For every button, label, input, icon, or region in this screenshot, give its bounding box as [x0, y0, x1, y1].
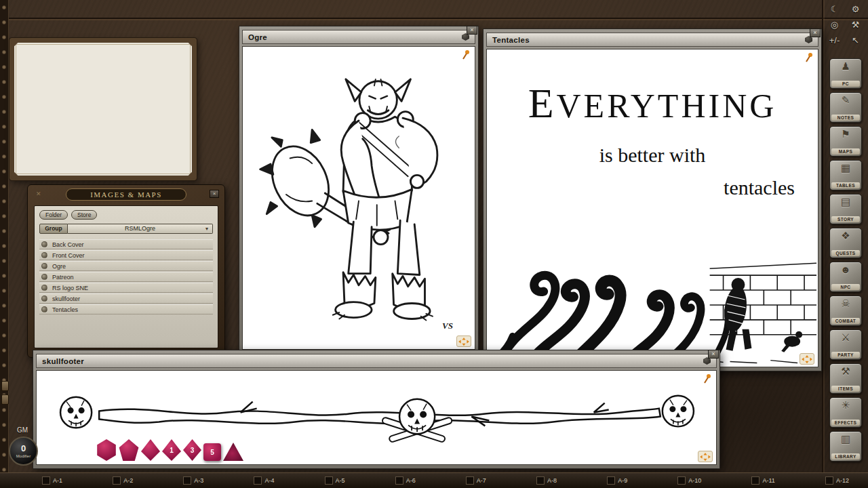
window-title: skullfooter	[42, 357, 84, 365]
topbar-icon[interactable]: +/-	[825, 33, 844, 47]
topbar-icon[interactable]: ⚒	[846, 18, 865, 32]
hotkey-label: A-2	[123, 477, 133, 484]
sidebar-button[interactable]: ✎ NOTES	[829, 92, 862, 123]
group-label[interactable]: Group	[39, 224, 68, 234]
topbar-icon[interactable]: ⚙	[846, 2, 865, 16]
item-bullet-icon[interactable]	[41, 274, 47, 280]
sidebar-button[interactable]: ⚒ ITEMS	[829, 363, 862, 394]
images-maps-header[interactable]: ✕ IMAGES & MAPS ×	[28, 185, 224, 205]
pin-icon[interactable]	[804, 52, 813, 62]
ogre-image-content[interactable]: VS	[242, 46, 475, 350]
die[interactable]: 5	[203, 443, 221, 461]
hotkey-slot-group[interactable]: A-9	[607, 476, 627, 485]
hotkey-slot-icon[interactable]	[183, 476, 191, 485]
group-dropdown[interactable]: RSMLOgre ▾	[68, 224, 213, 234]
hotkey-slot-icon[interactable]	[466, 476, 474, 485]
sidebar-button-label: PC	[831, 81, 860, 87]
modifier-stack[interactable]: 0 Modifier	[9, 436, 38, 466]
sidebar-button[interactable]: ❖ QUESTS	[829, 228, 862, 258]
close-icon[interactable]: ×	[810, 28, 821, 37]
sidebar-button[interactable]: ⚑ MAPS	[829, 126, 862, 157]
minimized-window-tab[interactable]	[1, 394, 9, 405]
hotkey-slot-group[interactable]: A-2	[113, 476, 133, 485]
item-bullet-icon[interactable]	[41, 285, 47, 291]
group-dropdown-value: RSMLOgre	[125, 225, 155, 232]
die[interactable]: 1	[162, 439, 181, 461]
pin-icon[interactable]	[702, 373, 711, 384]
pan-compass-icon[interactable]	[698, 451, 713, 462]
image-list-item[interactable]: Tentacles	[39, 304, 213, 314]
sidebar-button[interactable]: ⚔ PARTY	[829, 329, 862, 360]
hotkey-slot-icon[interactable]	[677, 476, 686, 485]
folder-button[interactable]: Folder	[39, 210, 68, 220]
close-icon[interactable]: ×	[467, 26, 477, 35]
topbar-icon[interactable]: ☾	[825, 2, 844, 16]
die[interactable]	[223, 442, 243, 461]
hotkey-slot-icon[interactable]	[113, 476, 121, 485]
ogre-window-titlebar[interactable]: Ogre	[242, 30, 475, 44]
hotkey-slot-icon[interactable]	[325, 476, 333, 485]
hotkey-slot-group[interactable]: A-6	[395, 476, 416, 485]
ogre-drawing	[243, 48, 475, 338]
sidebar-button-label: MAPS	[831, 148, 860, 155]
item-bullet-icon[interactable]	[41, 296, 47, 302]
close-icon[interactable]: ×	[708, 350, 719, 359]
store-button[interactable]: Store	[71, 210, 97, 220]
die[interactable]	[119, 439, 139, 461]
sidebar-button[interactable]: ▤ STORY	[829, 194, 862, 224]
image-list-item[interactable]: skullfooter	[39, 293, 213, 304]
close-icon[interactable]: ×	[210, 190, 219, 198]
image-list-item[interactable]: Patreon	[39, 272, 213, 282]
item-bullet-icon[interactable]	[41, 263, 47, 269]
hotkey-slot-icon[interactable]	[607, 476, 615, 485]
item-bullet-icon[interactable]	[41, 241, 47, 247]
images-maps-window[interactable]: ✕ IMAGES & MAPS × Folder Store Group RSM…	[27, 184, 225, 358]
topbar-icon[interactable]: ↖	[846, 33, 865, 47]
hotkey-slot-icon[interactable]	[536, 476, 545, 485]
skullfooter-window-titlebar[interactable]: skullfooter	[36, 354, 717, 368]
image-list-item[interactable]: Back Cover	[39, 239, 213, 249]
hotkey-slot-group[interactable]: A-4	[254, 476, 274, 485]
pan-compass-icon[interactable]	[800, 353, 814, 365]
hotkey-slot-group[interactable]: A-3	[183, 476, 203, 485]
ogre-image-window[interactable]: × Ogre	[239, 26, 479, 354]
hotkey-slot-icon[interactable]	[254, 476, 262, 485]
hotkey-slot-group[interactable]: A-10	[677, 476, 701, 485]
item-bullet-icon[interactable]	[41, 306, 47, 312]
sidebar-button[interactable]: ♟ PC	[829, 58, 862, 89]
corner-ornament	[188, 171, 197, 180]
image-list-item[interactable]: Ogre	[39, 261, 213, 271]
hotkey-label: A-1	[53, 477, 62, 484]
tentacles-image-content[interactable]: EVERYTHING is better with tentacles	[486, 49, 818, 367]
hotkey-slot-group[interactable]: A-12	[825, 476, 849, 485]
hotkey-slot-icon[interactable]	[825, 476, 833, 485]
pan-compass-icon[interactable]	[456, 336, 471, 347]
topbar-icon[interactable]: ◎	[825, 18, 844, 32]
sidebar-button[interactable]: ✳ EFFECTS	[829, 397, 862, 428]
hotkey-slot-group[interactable]: A-8	[536, 476, 557, 485]
hotkey-slot-group[interactable]: A-5	[325, 476, 345, 485]
hotkey-slot-group[interactable]: A-7	[466, 476, 486, 485]
hotkey-slot-group[interactable]: A-11	[751, 476, 774, 485]
die[interactable]	[96, 439, 117, 461]
sidebar-button[interactable]: ▦ TABLES	[829, 160, 862, 190]
blank-parchment-window[interactable]	[9, 38, 197, 180]
minimized-window-tab[interactable]	[1, 381, 9, 391]
image-list-item[interactable]: Front Cover	[39, 250, 213, 260]
sidebar-button[interactable]: ☠ COMBAT	[829, 296, 862, 326]
sidebar-button[interactable]: ▥ LIBRARY	[829, 431, 862, 462]
tentacles-window-titlebar[interactable]: Tentacles	[486, 33, 818, 47]
images-maps-toolbar: Folder Store	[39, 210, 213, 220]
die[interactable]	[141, 439, 160, 461]
corner-ornament	[9, 171, 18, 180]
hotkey-slot-icon[interactable]	[42, 476, 50, 485]
sidebar-button[interactable]: ☻ NPC	[829, 262, 862, 292]
item-bullet-icon[interactable]	[41, 252, 47, 258]
pin-icon[interactable]	[460, 49, 470, 60]
hotkey-slot-icon[interactable]	[751, 476, 760, 485]
die[interactable]: 3	[183, 439, 201, 461]
tentacles-image-window[interactable]: × Tentacles EVERYTHING is better with te…	[483, 28, 822, 371]
image-list-item[interactable]: RS logo SNE	[39, 283, 213, 293]
hotkey-slot-group[interactable]: A-1	[42, 476, 62, 485]
hotkey-slot-icon[interactable]	[395, 476, 403, 485]
